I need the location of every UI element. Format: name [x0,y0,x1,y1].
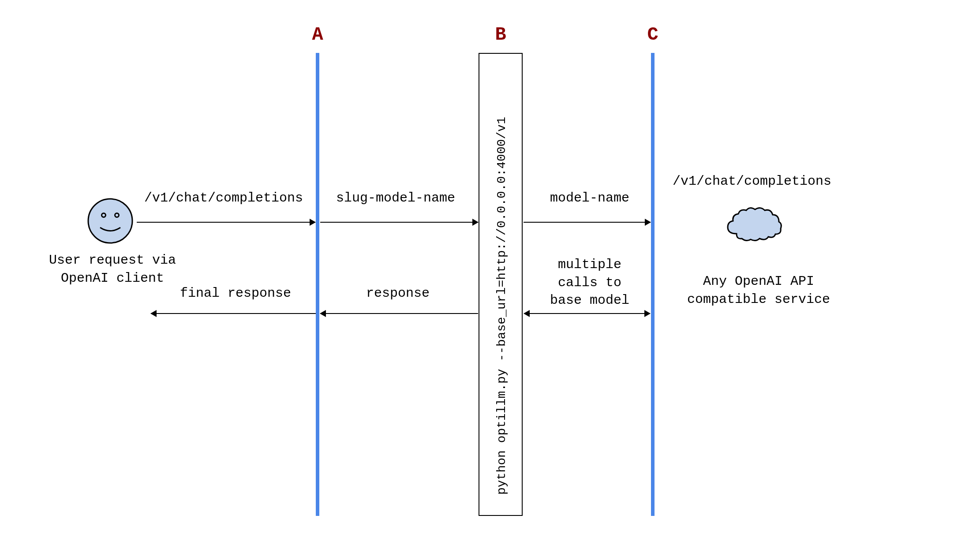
lifeline-c-bar [651,53,655,516]
bc-label-line3: base model [550,293,629,308]
right-label-line2: compatible service [687,292,830,307]
arrow-a-to-b [320,222,478,223]
lifeline-a-bar [316,53,319,516]
arrow-bc-multiple-label: multiple calls to base model [550,256,629,310]
user-label-line2: OpenAI client [61,271,164,286]
arrow-b-to-c [524,222,651,223]
arrow-b-to-c-label: model-name [550,190,629,205]
user-label-line1: User request via [49,253,176,268]
bc-label-line2: calls to [558,275,621,290]
lifeline-label-c: C [647,24,658,45]
lifeline-b-activation: python optillm.py --base_url=http://0.0.… [479,53,523,516]
cloud-icon [723,205,785,247]
arrow-user-to-a [137,222,315,223]
lifeline-label-a: A [312,24,323,45]
arrow-b-to-a [320,313,478,314]
arrow-bc-multiple [524,313,650,314]
lifeline-label-b: B [495,24,506,45]
right-endpoint-label: /v1/chat/completions [673,174,831,189]
user-icon [86,197,135,247]
arrow-user-to-a-label: /v1/chat/completions [144,190,303,205]
svg-point-0 [88,199,132,243]
arrow-b-to-a-label: response [366,286,430,301]
lifeline-b-command: python optillm.py --base_url=http://0.0.… [495,76,509,495]
user-actor-label: User request via OpenAI client [44,251,181,287]
arrow-a-to-b-label: slug-model-name [336,190,455,205]
arrow-a-to-user [151,313,316,314]
right-actor-label: Any OpenAI API compatible service [675,273,842,308]
sequence-diagram: A B python optillm.py --base_url=http://… [0,0,980,560]
bc-label-line1: multiple [558,257,621,272]
arrow-a-to-user-label: final response [180,286,291,301]
right-label-line1: Any OpenAI API [703,274,814,289]
